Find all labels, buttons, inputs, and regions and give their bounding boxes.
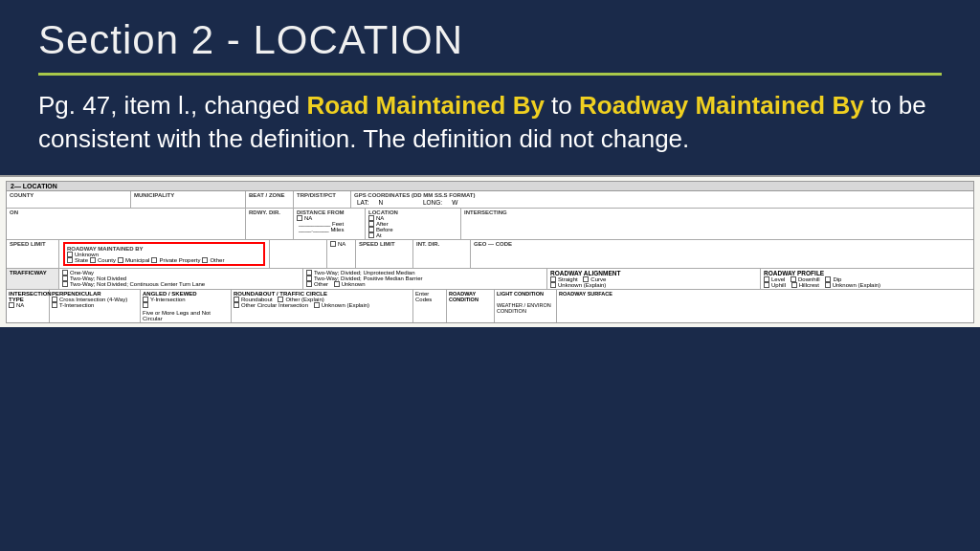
enter-codes-label: Enter Codes: [415, 291, 432, 302]
five-more-cb[interactable]: [143, 302, 148, 308]
rdwy-profile-col: ROADWAY PROFILE Level Downhill Dip Uphil…: [761, 269, 973, 289]
rdwy-dir-cell: RDWY. DIR.: [246, 209, 294, 239]
unknown-explain-cb[interactable]: [550, 282, 556, 288]
other-unknown-check: Other Unknown: [306, 281, 544, 287]
rdwy-surface-header: ROADWAY SURFACE: [559, 291, 971, 297]
intersection-type-col: INTERSECTION TYPE NA: [7, 290, 50, 322]
form-section: 2— LOCATION COUNTY MUNICIPALITY BEAT / Z…: [0, 175, 980, 327]
other-label: Other: [210, 257, 224, 263]
maintainer-checks: State County Municipal Private Property …: [67, 257, 261, 263]
t-inter-label: T-Intersection: [59, 302, 94, 308]
unknown-explain-label: Unknown (Explain): [558, 282, 606, 288]
geo-label: GEO — CODE: [474, 241, 970, 247]
unknown-exp2-label: Unknown (Explain): [833, 282, 880, 288]
unknown-exp2-cb[interactable]: [825, 282, 831, 288]
municipality-cell: MUNICIPALITY: [131, 191, 246, 208]
municipal-checkbox[interactable]: [118, 257, 123, 263]
two-way-ncc-cb[interactable]: [62, 281, 68, 287]
int-dir-label: INT. DIR.: [416, 241, 467, 247]
county2-label: County: [98, 257, 116, 263]
municipal-label: Municipal: [125, 257, 149, 263]
inter-speed-cell: SPEED LIMIT: [356, 240, 413, 268]
perpendicular-col: PERPENDICULAR Cross Intersection (4-Way)…: [50, 290, 141, 322]
light-condition-header: LIGHT CONDITION: [497, 291, 554, 297]
t-inter-check: T-Intersection: [52, 302, 138, 308]
int-dir-cell: INT. DIR.: [413, 240, 471, 268]
form-section-label: 2— LOCATION: [11, 183, 57, 189]
distance-from-cell: DISTANCE FROM NA __________ Feet ____.__…: [294, 209, 366, 239]
speed-limit-label: SPEED LIMIT: [10, 241, 56, 247]
rdwy-surface-col: ROADWAY SURFACE: [557, 290, 973, 322]
county-checkbox[interactable]: [90, 257, 96, 263]
miles-line: ____._____ Miles: [299, 227, 344, 232]
description-text: Pg. 47, item l., changed Road Maintained…: [38, 89, 942, 156]
trafficway-row: TRAFFICWAY One-Way Two-Way; Not Divided …: [7, 269, 973, 290]
trafficway-label: TRAFFICWAY: [10, 270, 47, 276]
on-label: ON: [10, 209, 242, 215]
form-section-header: 2— LOCATION: [7, 182, 973, 191]
blank-cell: [270, 240, 327, 268]
state-label: State: [75, 257, 88, 263]
rdwy-dir-label: RDWY. DIR.: [249, 209, 290, 215]
rdwy-align-col: ROADWAY ALIGNMENT Straight Curve Unknown…: [547, 269, 761, 289]
na3-checkbox[interactable]: [330, 241, 336, 247]
na4-check: NA: [9, 302, 47, 308]
other-circular-label: Other Circular Intersection: [241, 302, 308, 308]
top-section: Section 2 - LOCATION Pg. 47, item l., ch…: [0, 0, 980, 175]
trp-cell: TRP/DIST/PCT: [294, 191, 351, 208]
trafficway-right: Two-Way; Divided; Unprotected Median Two…: [303, 269, 547, 289]
desc-part2: to: [545, 91, 579, 120]
location-form: 2— LOCATION COUNTY MUNICIPALITY BEAT / Z…: [6, 181, 974, 323]
enter-codes-col: Enter Codes: [413, 290, 447, 322]
at-check: At: [368, 232, 457, 238]
intersecting-label: INTERSECTING: [464, 209, 970, 215]
location-cell: LOCATION NA After Before At: [366, 209, 461, 239]
highlight1: Road Maintained By: [306, 91, 544, 120]
form-row-2: ON RDWY. DIR. DISTANCE FROM NA _________…: [7, 209, 973, 240]
na4-label: NA: [16, 302, 24, 308]
five-more-label: Five or More Legs and Not Circular: [143, 310, 229, 321]
other2-cb[interactable]: [306, 281, 312, 287]
trafficway-header: TRAFFICWAY: [7, 269, 59, 289]
na4-cb[interactable]: [9, 302, 14, 308]
rdwy-align-header: ROADWAY ALIGNMENT: [550, 270, 757, 276]
green-divider: [38, 73, 942, 76]
na-loc-cell: NA: [327, 240, 356, 268]
form-row-1: COUNTY MUNICIPALITY BEAT / ZONE TRP/DIST…: [7, 191, 973, 209]
lat-label: LAT:: [357, 199, 369, 206]
other2-label: Other: [314, 281, 328, 287]
municipality-label: MUNICIPALITY: [134, 192, 242, 198]
lat-val: N: [379, 199, 384, 206]
at-label: At: [376, 232, 382, 238]
state-checkbox[interactable]: [67, 257, 73, 263]
other-circular-cb[interactable]: [234, 302, 239, 308]
two-way-ncc-check: Two-Way; Not Divided; Continuous Center …: [62, 281, 300, 287]
inter-speed-label: SPEED LIMIT: [359, 241, 410, 247]
unknown-explain3-cb[interactable]: [314, 302, 320, 308]
intersection-type-header: INTERSECTION TYPE: [9, 291, 47, 302]
t-inter-cb[interactable]: [52, 302, 57, 308]
trp-label: TRP/DIST/PCT: [297, 192, 347, 198]
beat-zone-label: BEAT / ZONE: [249, 192, 290, 198]
na3-label: NA: [338, 241, 345, 247]
on-cell: ON: [7, 209, 246, 239]
weather-header: WEATHER / ENVIRON CONDITION: [497, 302, 554, 314]
intersecting-cell: INTERSECTING: [461, 209, 973, 239]
uphill-label: Uphill: [771, 282, 786, 288]
unknown-explain-check: Unknown (Explain): [550, 282, 757, 288]
unknown2-label: Unknown: [342, 281, 366, 287]
highlight2: Roadway Maintained By: [579, 91, 864, 120]
hillcrest-cb[interactable]: [791, 282, 797, 288]
distance-fields: __________ Feet ____._____ Miles: [297, 221, 362, 232]
hillcrest-label: Hillcrest: [799, 282, 819, 288]
at-checkbox[interactable]: [368, 232, 374, 238]
angled-col: ANGLED / SKEWED Y-Intersection Five or M…: [141, 290, 232, 322]
unknown-explain3-label: Unknown (Explain): [322, 302, 369, 308]
unknown2-cb[interactable]: [334, 281, 340, 287]
light-condition-col: LIGHT CONDITION WEATHER / ENVIRON CONDIT…: [495, 290, 557, 322]
uphill-cb[interactable]: [764, 282, 769, 288]
other-checkbox[interactable]: [202, 257, 208, 263]
na3-check: NA: [330, 241, 352, 247]
other-circular-check: Other Circular Intersection Unknown (Exp…: [234, 302, 411, 308]
private-checkbox[interactable]: [151, 257, 157, 263]
